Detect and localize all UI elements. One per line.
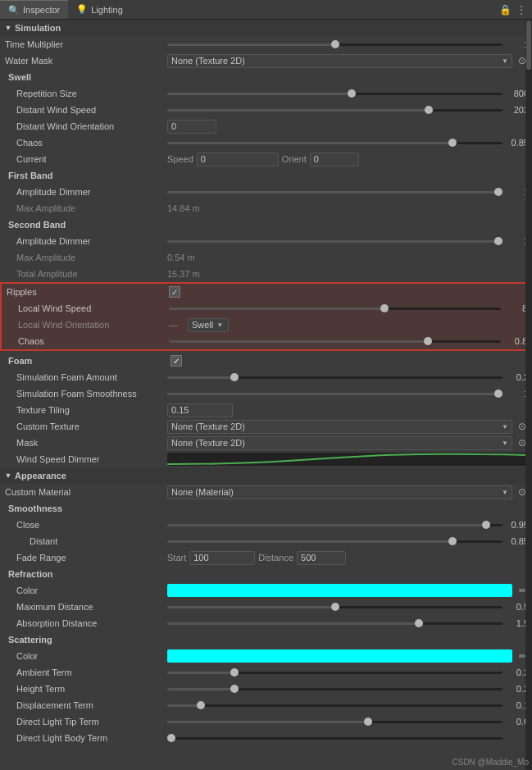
appearance-toggle[interactable]: ▼ [3, 471, 13, 481]
wind-speed-dimmer-label: Wind Speed Dimmer [3, 454, 167, 464]
simulation-foam-amount-value-area: 0.2 [167, 372, 529, 382]
height-term-value-area: 0.2 [167, 684, 529, 694]
distance-label: Distance [258, 553, 293, 563]
fade-range-distance-input[interactable] [297, 551, 346, 565]
refraction-label: Refraction [7, 569, 171, 579]
second-band-amplitude-dimmer-slider[interactable] [167, 240, 502, 243]
section-appearance[interactable]: ▼ Appearance [0, 467, 532, 484]
absorption-distance-slider[interactable] [167, 622, 502, 625]
water-mask-label: Water Mask [3, 56, 167, 66]
scattering-color-bar[interactable] [167, 649, 512, 663]
section-first-band: First Band [0, 167, 532, 184]
smoothness-distant-slider[interactable] [167, 540, 502, 543]
lock-icon[interactable]: 🔒 [499, 4, 511, 16]
current-label: Current [3, 154, 167, 164]
current-value-area: Speed Orient [167, 153, 529, 166]
ripples-chaos-slider[interactable] [169, 340, 501, 343]
swell-label: Swell [7, 72, 171, 82]
maximum-distance-slider[interactable] [167, 606, 502, 608]
distant-wind-orientation-value-area [167, 120, 529, 134]
simulation-toggle[interactable]: ▼ [3, 23, 13, 33]
first-band-amplitude-dimmer-slider[interactable] [167, 191, 502, 194]
simulation-foam-smoothness-label: Simulation Foam Smoothness [3, 389, 167, 399]
row-ripples-chaos: Chaos 0.8 [2, 333, 530, 349]
simulation-foam-amount-label: Simulation Foam Amount [3, 372, 167, 382]
row-second-band-max-amplitude: Max Amplitude 0.54 m [0, 249, 532, 266]
ripples-checkbox-area [169, 286, 527, 298]
row-distant-wind-speed: Distant Wind Speed 202 [0, 102, 532, 118]
row-first-band-max-amplitude: Max Amplitude 14.84 m [0, 200, 532, 216]
custom-texture-value-area: None (Texture 2D) ▼ ⊙ [167, 420, 529, 434]
local-wind-speed-slider[interactable] [169, 308, 501, 310]
tab-lighting[interactable]: 💡 Lighting [68, 0, 131, 19]
repetition-size-slider[interactable] [167, 93, 502, 95]
row-height-term: Height Term 0.2 [0, 681, 532, 697]
chaos-swell-slider[interactable] [167, 142, 502, 144]
maximum-distance-value-area: 0.5 [167, 602, 529, 612]
inspector-icon: 🔍 [8, 5, 20, 16]
speed-input[interactable] [197, 153, 279, 166]
water-mask-value-area: None (Texture 2D) ▼ ⊙ [167, 54, 529, 68]
repetition-size-value-area: 800 [167, 89, 529, 98]
orient-input[interactable] [310, 153, 359, 166]
smoothness-distant-value-area: 0.85 [167, 536, 529, 546]
local-wind-speed-label: Local Wind Speed [5, 303, 169, 313]
chevron-down-icon: ▼ [502, 57, 508, 65]
fade-range-start-input[interactable] [189, 551, 255, 565]
chevron-down-icon4: ▼ [502, 489, 508, 496]
local-wind-orientation-dropdown[interactable]: Swell ▼ [188, 318, 229, 332]
tab-inspector[interactable]: 🔍 Inspector [0, 0, 68, 19]
simulation-foam-smoothness-slider[interactable] [167, 393, 502, 395]
custom-texture-dropdown[interactable]: None (Texture 2D) ▼ [167, 420, 512, 434]
height-term-label: Height Term [3, 684, 167, 694]
foam-checkbox[interactable] [171, 355, 182, 367]
refraction-color-bar[interactable] [167, 584, 512, 597]
second-band-amplitude-dimmer-value-area: 1 [167, 236, 529, 246]
foam-label: Foam [7, 356, 171, 366]
local-wind-speed-value[interactable]: 8 [504, 303, 527, 313]
menu-icon[interactable]: ⋮ [516, 4, 527, 16]
first-band-max-amplitude-label: Max Amplitude [3, 203, 167, 213]
custom-material-dropdown[interactable]: None (Material) ▼ [167, 485, 512, 499]
direct-light-tip-term-label: Direct Light Tip Term [3, 717, 167, 727]
height-term-slider[interactable] [167, 688, 502, 690]
ripples-checkbox[interactable] [169, 286, 180, 298]
scrollbar[interactable] [525, 20, 532, 770]
row-water-mask: Water Mask None (Texture 2D) ▼ ⊙ [0, 52, 532, 69]
direct-light-body-term-slider[interactable] [167, 737, 502, 740]
scrollbar-thumb[interactable] [526, 21, 531, 70]
ripples-chaos-label: Chaos [5, 336, 169, 346]
row-local-wind-orientation: Local Wind Orientation — Swell ▼ [2, 317, 530, 333]
displacement-term-slider[interactable] [167, 704, 502, 707]
first-band-max-amplitude-value: 14.84 m [167, 203, 200, 213]
texture-tiling-input[interactable] [167, 403, 233, 417]
water-mask-dd-text: None (Texture 2D) [171, 56, 502, 66]
distant-wind-speed-slider[interactable] [167, 109, 502, 112]
distant-wind-orientation-input[interactable] [167, 120, 216, 134]
smoothness-distant-label: Distant [3, 536, 167, 546]
first-band-amplitude-dimmer-value-area: 1 [167, 187, 529, 197]
water-mask-dropdown[interactable]: None (Texture 2D) ▼ [167, 54, 512, 68]
absorption-distance-label: Absorption Distance [3, 618, 167, 628]
maximum-distance-label: Maximum Distance [3, 602, 167, 612]
simulation-foam-amount-slider[interactable] [167, 376, 502, 379]
wind-speed-dimmer-bar[interactable] [167, 453, 529, 466]
row-repetition-size: Repetition Size 800 [0, 85, 532, 102]
tab-inspector-label: Inspector [23, 5, 60, 15]
time-multiplier-label: Time Multiplier [3, 39, 167, 49]
mask-label: Mask [3, 438, 167, 448]
local-wind-speed-value-area: 8 [169, 303, 527, 313]
ripples-chaos-value[interactable]: 0.8 [504, 336, 527, 346]
tab-bar: 🔍 Inspector 💡 Lighting 🔒 ⋮ [0, 0, 532, 20]
direct-light-tip-term-slider[interactable] [167, 721, 502, 723]
refraction-color-value-area: ✏ [167, 584, 529, 597]
ambient-term-slider[interactable] [167, 672, 502, 674]
smoothness-close-slider[interactable] [167, 524, 502, 526]
local-wind-orientation-label: Local Wind Orientation [5, 320, 169, 330]
row-smoothness-close: Close 0.95 [0, 517, 532, 533]
second-band-max-amplitude-value: 0.54 m [167, 253, 195, 262]
mask-dropdown[interactable]: None (Texture 2D) ▼ [167, 436, 512, 450]
section-simulation[interactable]: ▼ Simulation [0, 20, 532, 36]
time-multiplier-slider[interactable] [167, 43, 502, 46]
tab-right-actions: 🔒 ⋮ [499, 4, 532, 16]
